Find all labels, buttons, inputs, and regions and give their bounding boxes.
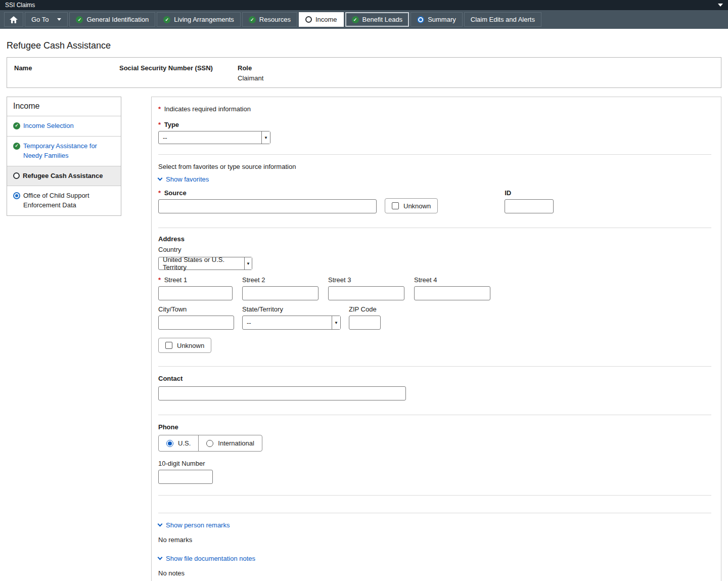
radio-icon [206, 440, 213, 447]
tab-label: Living Arrangements [174, 16, 234, 23]
sidebar-item-refugee-cash-assistance[interactable]: Refugee Cash Assistance [7, 166, 121, 186]
state-select[interactable]: -- ▼ [242, 316, 341, 330]
type-label-text: Type [164, 121, 179, 128]
street2-field: Street 2 [242, 276, 318, 300]
street2-input[interactable] [242, 286, 318, 300]
phone-type-segment: U.S. International [158, 435, 262, 452]
city-label: City/Town [158, 305, 234, 313]
required-note-text: Indicates required information [164, 105, 251, 113]
street1-field: * Street 1 [158, 276, 233, 300]
tab-summary[interactable]: Summary [411, 12, 463, 27]
show-person-remarks-link[interactable]: Show person remarks [158, 521, 230, 529]
address-heading: Address [158, 235, 711, 243]
in-progress-circle-icon [417, 16, 424, 23]
phone-international-label: International [218, 439, 254, 447]
id-label: ID [505, 189, 554, 197]
divider [158, 366, 711, 367]
page-title: Refugee Cash Assistance [7, 40, 721, 51]
sidebar-item-ocse-data[interactable]: Office of Child Support Enforcement Data [7, 186, 121, 215]
phone-number-input[interactable] [158, 470, 213, 484]
person-role-label: Role [238, 64, 714, 72]
street4-input[interactable] [414, 286, 490, 300]
phone-number-field [158, 470, 213, 484]
city-state-zip-row: City/Town State/Territory -- ▼ ZIP Code [158, 305, 711, 330]
street1-input[interactable] [158, 286, 233, 300]
chevron-down-icon: ▼ [332, 316, 340, 329]
id-field: ID [505, 189, 554, 213]
home-button[interactable] [4, 12, 23, 27]
street4-label: Street 4 [414, 276, 490, 284]
chevron-down-icon [158, 555, 163, 560]
address-unknown-checkbox[interactable]: Unknown [158, 338, 211, 353]
check-circle-icon: ✓ [163, 16, 170, 23]
tab-label: Resources [259, 16, 291, 23]
sidebar-item-label: Office of Child Support Enforcement Data [23, 191, 115, 210]
tab-label: Claim Edits and Alerts [471, 16, 535, 23]
source-input[interactable] [158, 199, 377, 213]
sidebar-item-tanf[interactable]: ✓ Temporary Assistance for Needy Familie… [7, 136, 121, 166]
tab-resources[interactable]: ✓ Resources [242, 12, 297, 27]
contact-heading: Contact [158, 375, 711, 382]
divider [158, 415, 711, 415]
id-input[interactable] [505, 199, 554, 213]
app-title: SSI Claims [5, 2, 35, 9]
show-file-notes-link[interactable]: Show file documentation notes [158, 555, 255, 562]
state-field: State/Territory -- ▼ [242, 305, 341, 330]
contact-input[interactable] [158, 386, 406, 400]
required-marker: * [158, 189, 161, 197]
tab-living-arrangements[interactable]: ✓ Living Arrangements [157, 12, 241, 27]
person-name-value [14, 74, 119, 82]
city-input[interactable] [158, 316, 234, 330]
home-icon [10, 16, 18, 23]
source-label: * Source [158, 189, 377, 197]
show-favorites-label: Show favorites [166, 175, 209, 183]
type-select[interactable]: -- ▼ [158, 131, 270, 144]
street2-label: Street 2 [242, 276, 318, 284]
phone-us-option[interactable]: U.S. [159, 435, 198, 451]
required-marker: * [158, 276, 161, 284]
tab-income[interactable]: Income [299, 12, 344, 27]
contact-field [158, 386, 406, 400]
street4-field: Street 4 [414, 276, 490, 300]
no-notes-text: No notes [158, 569, 711, 577]
zip-input[interactable] [349, 316, 381, 330]
person-role-value: Claimant [238, 74, 714, 82]
empty-circle-icon [305, 16, 312, 23]
go-to-dropdown[interactable]: Go To [25, 12, 68, 27]
phone-number-label: 10-digit Number [158, 460, 711, 467]
person-name-label: Name [14, 64, 119, 72]
no-remarks-text: No remarks [158, 536, 711, 544]
street3-input[interactable] [328, 286, 404, 300]
tab-claim-edits-and-alerts[interactable]: Claim Edits and Alerts [464, 12, 541, 27]
source-unknown-checkbox[interactable]: Unknown [385, 198, 438, 213]
check-circle-icon: ✓ [13, 122, 20, 129]
tab-general-identification[interactable]: ✓ General Identification [69, 12, 155, 27]
source-row: * Source Unknown ID [158, 189, 711, 213]
sidebar-item-income-selection[interactable]: ✓ Income Selection [7, 116, 121, 136]
in-progress-circle-icon [13, 192, 20, 199]
phone-international-option[interactable]: International [198, 435, 262, 451]
tab-benefit-leads[interactable]: ✓ Benefit Leads [345, 12, 410, 27]
check-circle-icon: ✓ [249, 16, 256, 23]
source-field: * Source [158, 189, 377, 213]
street1-label-text: Street 1 [164, 276, 188, 284]
show-favorites-link[interactable]: Show favorites [158, 175, 209, 183]
divider [158, 228, 711, 228]
country-select-value: United States or U.S. Territory [163, 256, 240, 271]
person-summary-grid: Name Social Security Number (SSN) Role C… [14, 64, 714, 82]
required-marker: * [158, 121, 161, 128]
person-ssn-label: Social Security Number (SSN) [119, 64, 238, 72]
checkbox-icon [165, 342, 172, 349]
sidebar-item-label: Income Selection [23, 121, 74, 131]
divider [158, 154, 711, 155]
divider [158, 495, 711, 496]
source-unknown-label: Unknown [403, 202, 431, 210]
show-person-remarks-label: Show person remarks [166, 521, 230, 529]
sidebar-item-label: Refugee Cash Assistance [23, 171, 103, 181]
state-label: State/Territory [242, 305, 341, 313]
country-label: Country [158, 246, 711, 253]
phone-us-label: U.S. [178, 439, 191, 447]
empty-circle-icon [13, 172, 20, 179]
chevron-down-icon[interactable] [718, 4, 723, 7]
country-select[interactable]: United States or U.S. Territory ▼ [158, 257, 252, 270]
